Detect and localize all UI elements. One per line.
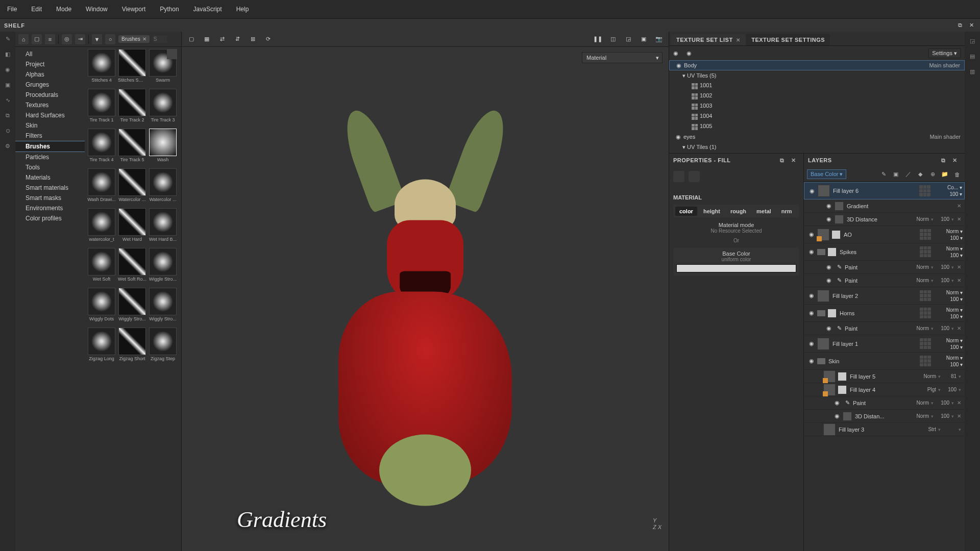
blend-mode[interactable]: Norm ▾: [946, 228, 963, 235]
brush-item[interactable]: Tire Track 2: [117, 89, 147, 128]
opacity-value[interactable]: 100 ▾: [950, 191, 962, 197]
uv-grid-icon[interactable]: [920, 338, 931, 349]
opacity-value[interactable]: 100: [935, 216, 949, 222]
layer-row[interactable]: ◉SpikesNorm ▾100 ▾: [804, 243, 965, 261]
uv-tile[interactable]: 1003: [669, 101, 965, 111]
shelf-close-icon[interactable]: ✕: [967, 21, 976, 30]
clone-tool-icon[interactable]: ⧉: [3, 110, 13, 120]
search-input[interactable]: [153, 35, 167, 43]
effect-visibility-icon[interactable]: ◉: [823, 216, 835, 222]
add-paint-layer-icon[interactable]: ／: [903, 170, 913, 179]
layer-row[interactable]: ◉✎PaintNorm▾100▾✕: [804, 322, 965, 335]
channel-nrm[interactable]: nrm: [777, 207, 796, 216]
opacity-value[interactable]: 100 ▾: [950, 344, 963, 350]
search-tag-clear-icon[interactable]: ✕: [142, 36, 146, 42]
blend-mode[interactable]: Norm: [908, 278, 929, 283]
material-dropdown[interactable]: Material: [582, 52, 663, 63]
cube-display-icon[interactable]: ◲: [967, 36, 977, 46]
layer-visibility-icon[interactable]: ◉: [806, 340, 817, 347]
shelf-category-hard-surfaces[interactable]: Hard Surfaces: [15, 110, 85, 120]
opacity-value[interactable]: 100: [935, 278, 949, 283]
blend-mode[interactable]: Norm: [908, 325, 929, 331]
effect-visibility-icon[interactable]: ◉: [831, 413, 843, 419]
brush-item[interactable]: Wet Hard B...: [148, 208, 178, 247]
cube-icon[interactable]: ◲: [623, 34, 634, 45]
layer-name[interactable]: Gradient: [846, 203, 955, 209]
layer-row[interactable]: ◉Fill layer 1Norm ▾100 ▾: [804, 335, 965, 353]
opacity-value[interactable]: 100 ▾: [950, 235, 963, 241]
add-view-icon[interactable]: ⊞: [247, 34, 258, 45]
layer-name[interactable]: 3D Distan...: [854, 413, 908, 419]
layer-row[interactable]: ◉Fill layer 6Co... ▾100 ▾: [804, 182, 965, 199]
channel-dropdown[interactable]: Base Color ▾: [807, 169, 846, 179]
brush-item[interactable]: watercolor_t: [87, 208, 116, 247]
opacity-value[interactable]: 81: [942, 373, 957, 379]
import-icon[interactable]: ⇥: [75, 34, 85, 44]
shelf-category-all[interactable]: All: [15, 49, 85, 59]
opacity-value[interactable]: 100: [935, 400, 949, 406]
layer-row[interactable]: ◉3D Distan...Norm▾100▾✕: [804, 410, 965, 423]
shelf-category-alphas[interactable]: Alphas: [15, 69, 85, 80]
close-icon[interactable]: ✕: [952, 157, 961, 164]
viewport-3d[interactable]: Material Y Z X Gradients: [182, 47, 669, 551]
opacity-value[interactable]: 100 ▾: [950, 296, 963, 303]
uv-tiles-row[interactable]: ▾ UV Tiles (5): [669, 70, 965, 81]
uv-tile[interactable]: 1004: [669, 111, 965, 121]
undock-icon[interactable]: ⧉: [941, 157, 949, 164]
shelf-category-environments[interactable]: Environments: [15, 203, 85, 213]
uv-tile[interactable]: 1001: [669, 81, 965, 91]
brush-item[interactable]: Wet Soft: [87, 248, 116, 287]
uv-grid-icon[interactable]: [920, 246, 931, 258]
uv-grid-icon[interactable]: [920, 308, 931, 319]
blend-mode[interactable]: Plgt: [915, 387, 936, 392]
layer-thumbnail[interactable]: [823, 423, 836, 436]
remove-effect-icon[interactable]: ✕: [955, 400, 963, 406]
brush-item[interactable]: Tire Track 4: [87, 129, 116, 167]
opacity-value[interactable]: 100: [935, 325, 949, 331]
mask-thumbnail[interactable]: [827, 309, 837, 318]
brush-item[interactable]: Watercolor ...: [117, 168, 147, 207]
texture-set-row[interactable]: ◉BodyMain shader: [669, 60, 965, 70]
uv-grid-icon[interactable]: [920, 356, 931, 367]
opacity-value[interactable]: 100: [942, 387, 957, 392]
menu-python[interactable]: Python: [157, 4, 182, 15]
shelf-category-smart-materials[interactable]: Smart materials: [15, 183, 85, 193]
layer-name[interactable]: Fill layer 1: [831, 341, 920, 347]
layer-name[interactable]: Fill layer 5: [849, 373, 915, 380]
blend-mode[interactable]: Norm ▾: [946, 337, 963, 344]
brush-item[interactable]: Wet Hard: [117, 208, 147, 247]
visibility-all-icon[interactable]: ◉: [673, 50, 681, 57]
channel-rough[interactable]: rough: [726, 207, 750, 216]
channel-color[interactable]: color: [675, 207, 697, 216]
effect-visibility-icon[interactable]: ◉: [823, 203, 835, 209]
brush-item[interactable]: Wiggly Dots: [87, 288, 116, 327]
layer-row[interactable]: Fill layer 4Plgt▾100▾: [804, 383, 965, 396]
effect-visibility-icon[interactable]: ◉: [823, 277, 835, 284]
close-icon[interactable]: ✕: [791, 157, 799, 164]
props-tab-fill-icon[interactable]: [673, 171, 684, 182]
remove-effect-icon[interactable]: ✕: [955, 413, 963, 419]
layer-name[interactable]: Fill layer 6: [832, 188, 919, 194]
layer-visibility-icon[interactable]: ◉: [806, 358, 817, 364]
uv-grid-icon[interactable]: [920, 229, 931, 240]
refresh-icon[interactable]: ⟳: [262, 34, 274, 45]
shelf-category-filters[interactable]: Filters: [15, 131, 85, 141]
layer-name[interactable]: 3D Distance: [846, 216, 908, 222]
perspective-icon[interactable]: ◫: [607, 34, 619, 45]
add-mask-icon[interactable]: ▣: [891, 170, 900, 179]
layer-row[interactable]: ◉✎PaintNorm▾100▾✕: [804, 261, 965, 274]
uv-tiles-row[interactable]: ▾ UV Tiles (1): [669, 142, 965, 152]
layer-name[interactable]: Paint: [844, 325, 908, 332]
blend-mode[interactable]: Norm: [908, 400, 929, 406]
layer-thumbnail[interactable]: [817, 290, 829, 302]
layer-visibility-icon[interactable]: ◉: [806, 310, 817, 316]
mask-thumbnail[interactable]: [831, 230, 841, 239]
layer-row[interactable]: ◉Gradient✕: [804, 199, 965, 213]
brush-item[interactable]: Wiggly Stro...: [117, 288, 147, 327]
shelf-category-smart-masks[interactable]: Smart masks: [15, 193, 85, 203]
menu-javascript[interactable]: JavaScript: [190, 4, 225, 15]
blend-mode[interactable]: Norm: [908, 264, 929, 270]
layer-name[interactable]: Paint: [852, 400, 908, 406]
layer-thumbnail[interactable]: [823, 370, 836, 383]
shelf-category-project[interactable]: Project: [15, 59, 85, 69]
